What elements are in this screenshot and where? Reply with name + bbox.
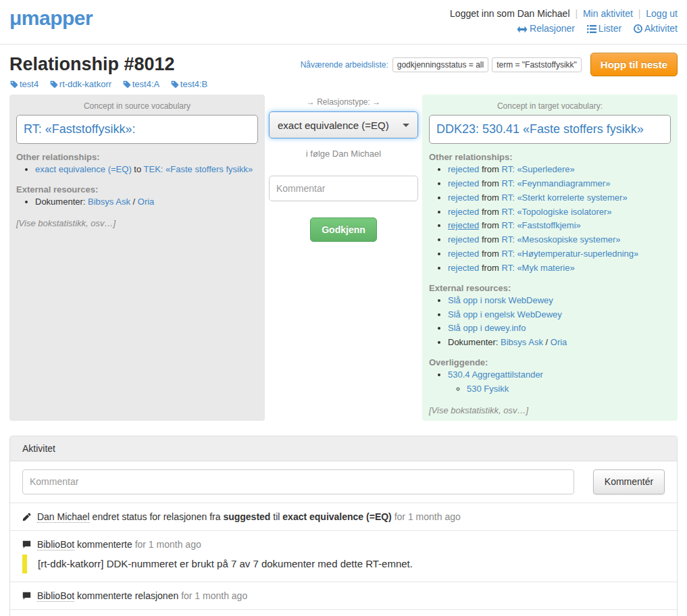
- grandparent-concept-link[interactable]: 530 Fysikk: [467, 384, 509, 394]
- logout-link[interactable]: Logg ut: [646, 8, 678, 19]
- rejection-concept-link[interactable]: RT: «Superledere»: [502, 164, 575, 174]
- activity-panel-heading: Aktivitet: [10, 436, 677, 461]
- tag-icon: [49, 79, 59, 89]
- activity-entry-bot-created: BiblioBot opprettet relasjonen for 1 mon…: [10, 610, 677, 616]
- submit-comment-button[interactable]: Kommentér: [593, 469, 665, 494]
- rejection-status-link[interactable]: rejected: [448, 234, 479, 245]
- worklist-filter-chip[interactable]: term = "Faststoffysikk": [492, 57, 582, 72]
- target-parents-list: 530.4 Aggregattilstander 530 Fysikk: [448, 369, 671, 396]
- relationship-type-link[interactable]: exact equivalence (=EQ): [35, 164, 132, 174]
- oria-link[interactable]: Oria: [551, 337, 567, 347]
- main-nav: Relasjoner Lister Aktivitet: [450, 23, 678, 34]
- tag-test4[interactable]: test4: [9, 79, 39, 89]
- list-item: 530 Fysikk: [467, 383, 671, 396]
- list-item: rejected from RT: «Topologiske isolatore…: [448, 206, 671, 219]
- bibsys-ask-link[interactable]: Bibsys Ask: [88, 197, 130, 207]
- rejection-middle-text: from: [482, 207, 499, 217]
- jump-to-next-button[interactable]: Hopp til neste: [590, 53, 678, 76]
- bot-comment-text: [rt-ddk-katkorr] DDK-nummeret er brukt p…: [38, 558, 413, 569]
- list-item: Slå opp i dewey.info: [448, 322, 671, 335]
- rejection-middle-text: from: [482, 234, 499, 245]
- pencil-icon: [22, 511, 31, 522]
- activity-comment-row: Kommentér: [10, 461, 677, 503]
- worklist-label-link[interactable]: Nåværende arbeidsliste:: [301, 60, 388, 70]
- rejection-concept-link[interactable]: RT: «Topologiske isolatorer»: [502, 207, 612, 217]
- rejection-status-link[interactable]: rejected: [448, 164, 479, 174]
- top-header: μmapper Logget inn som Dan Michael | Min…: [0, 0, 687, 45]
- relation-type-select[interactable]: exact equivalence (=EQ): [269, 111, 418, 138]
- nav-aktivitet[interactable]: Aktivitet: [634, 23, 678, 34]
- tag-rt-ddk-katkorr[interactable]: rt-ddk-katkorr: [49, 79, 111, 89]
- list-item: Dokumenter: Bibsys Ask / Oria: [448, 336, 671, 349]
- list-item: Dokumenter: Bibsys Ask / Oria: [35, 196, 258, 209]
- source-relationships-list: exact equivalence (=EQ) to TEK: «Faste s…: [35, 163, 258, 176]
- activity-timestamp: for 1 month ago: [395, 511, 461, 522]
- oria-link[interactable]: Oria: [138, 197, 155, 207]
- source-external-list: Dokumenter: Bibsys Ask / Oria: [35, 196, 258, 209]
- activity-user-link[interactable]: BiblioBot: [37, 539, 74, 550]
- parent-concept-link[interactable]: 530.4 Aggregattilstander: [448, 369, 543, 380]
- page-title: Relationship #8012: [9, 54, 175, 75]
- rejection-concept-link[interactable]: RT: «Myk materie»: [502, 263, 575, 273]
- comment-icon: [22, 539, 31, 550]
- rejection-status-link[interactable]: rejected: [448, 263, 479, 273]
- tag-test4-a[interactable]: test4:A: [122, 79, 159, 89]
- rejection-concept-link[interactable]: RT: «Høytemperatur-superledning»: [502, 249, 639, 259]
- rejection-status-link[interactable]: rejected: [448, 220, 479, 230]
- list-item: exact equivalence (=EQ) to TEK: «Faste s…: [35, 163, 258, 176]
- list-item: rejected from RT: «Superledere»: [448, 163, 671, 176]
- webdewey-norsk-link[interactable]: Slå opp i norsk WebDewey: [448, 295, 553, 305]
- my-activity-link[interactable]: Min aktivitet: [583, 8, 633, 19]
- logged-in-text: Logget inn som Dan Michael: [450, 8, 569, 19]
- tag-label: test4: [20, 79, 39, 89]
- rejection-concept-link[interactable]: RT: «Feynmandiagrammer»: [502, 178, 611, 188]
- nav-label: Aktivitet: [644, 23, 678, 34]
- target-external-resources-heading: External resources:: [429, 283, 671, 293]
- separator: |: [575, 8, 578, 19]
- source-concept-box[interactable]: RT: «Faststoffysikk»:: [16, 115, 258, 144]
- worklist-filter-chip[interactable]: godkjenningsstatus = all: [392, 57, 488, 72]
- list-item: Slå opp i norsk WebDewey: [448, 294, 671, 307]
- nav-label: Lister: [599, 23, 621, 34]
- relationship-target-link[interactable]: TEK: «Faste stoffers fysikk»: [144, 164, 253, 174]
- activity-user-link[interactable]: BiblioBot: [37, 590, 74, 602]
- activity-user-link[interactable]: Dan Michael: [37, 511, 90, 523]
- approve-button[interactable]: Godkjenn: [310, 217, 377, 242]
- relation-comment-input[interactable]: [269, 176, 418, 201]
- list-item: Slå opp i engelsk WebDewey: [448, 309, 671, 322]
- list-item: rejected from RT: «Faststoffkjemi»: [448, 220, 671, 232]
- source-stats-note[interactable]: [Vise bokstatistikk, osv…]: [16, 218, 258, 228]
- target-other-relationships-heading: Other relationships:: [429, 152, 671, 162]
- rejection-concept-link[interactable]: RT: «Sterkt korrelerte systemer»: [502, 192, 628, 203]
- rejection-status-link[interactable]: rejected: [448, 178, 479, 188]
- old-status-value: suggested: [223, 511, 270, 522]
- rejection-status-link[interactable]: rejected: [448, 207, 479, 217]
- tag-test4-b[interactable]: test4:B: [170, 79, 207, 89]
- arrows-horizontal-icon: [517, 23, 530, 34]
- rejection-status-link[interactable]: rejected: [448, 192, 479, 203]
- webdewey-engelsk-link[interactable]: Slå opp i engelsk WebDewey: [448, 309, 562, 319]
- activity-comment-input[interactable]: [22, 469, 574, 494]
- clock-icon: [634, 23, 644, 34]
- relationship-middle-text: to: [134, 164, 141, 174]
- source-external-resources-heading: External resources:: [16, 184, 258, 195]
- target-external-list: Slå opp i norsk WebDewey Slå opp i engel…: [448, 294, 671, 349]
- nav-lister[interactable]: Lister: [587, 23, 621, 34]
- rejection-middle-text: from: [482, 249, 499, 259]
- app-logo[interactable]: μmapper: [9, 5, 93, 30]
- rejection-concept-link[interactable]: RT: «Faststoffkjemi»: [502, 220, 581, 230]
- target-concept-box[interactable]: DDK23: 530.41 «Faste stoffers fysikk»: [429, 115, 671, 144]
- target-parents-heading: Overliggende:: [429, 357, 671, 367]
- tags-row: test4 rt-ddk-katkorr test4:A test4:B: [0, 76, 687, 95]
- source-panel-heading: Concept in source vocabulary: [16, 101, 258, 111]
- separator: /: [133, 197, 136, 207]
- documents-label: Dokumenter:: [448, 337, 498, 347]
- dewey-info-link[interactable]: Slå opp i dewey.info: [448, 323, 526, 333]
- rejection-status-link[interactable]: rejected: [448, 249, 479, 259]
- rejection-middle-text: from: [482, 178, 499, 188]
- nav-relasjoner[interactable]: Relasjoner: [517, 23, 575, 34]
- bibsys-ask-link[interactable]: Bibsys Ask: [501, 337, 543, 347]
- rejection-concept-link[interactable]: RT: «Mesoskopiske systemer»: [502, 234, 621, 245]
- target-stats-note[interactable]: [Vise bokstatistikk, osv…]: [429, 405, 671, 415]
- login-status-row: Logget inn som Dan Michael | Min aktivit…: [450, 8, 678, 19]
